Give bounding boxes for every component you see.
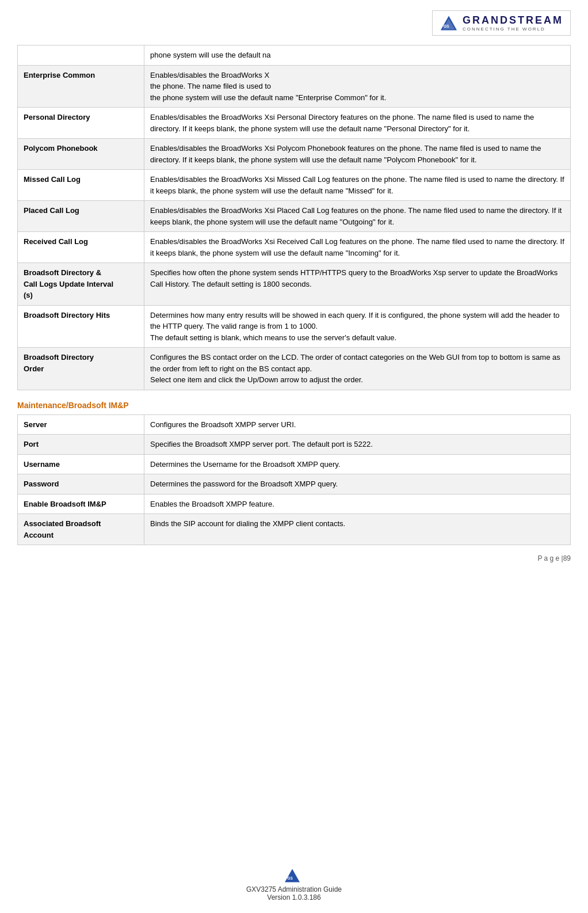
footer-line2: Version 1.0.3.186 — [0, 893, 588, 901]
table-row: Personal DirectoryEnables/disables the B… — [18, 108, 571, 139]
table-row: Missed Call LogEnables/disables the Broa… — [18, 170, 571, 201]
definition-cell: Configures the Broadsoft XMPP server URI… — [144, 414, 571, 435]
term-cell: Received Call Log — [18, 232, 144, 263]
table-row: ServerConfigures the Broadsoft XMPP serv… — [18, 414, 571, 435]
term-cell: Polycom Phonebook — [18, 139, 144, 170]
term-cell: Username — [18, 454, 144, 474]
section-heading-imp: Maintenance/Broadsoft IM&P — [17, 401, 571, 410]
table-row: Associated BroadsoftAccountBinds the SIP… — [18, 514, 571, 545]
definition-cell: Binds the SIP account for dialing the XM… — [144, 514, 571, 545]
svg-text:GS: GS — [287, 876, 293, 880]
table-row: Enable Broadsoft IM&PEnables the Broadso… — [18, 494, 571, 514]
table-row: UsernameDetermines the Username for the … — [18, 454, 571, 474]
term-cell: Missed Call Log — [18, 170, 144, 201]
svg-text:GS: GS — [444, 24, 449, 28]
table-row: Placed Call LogEnables/disables the Broa… — [18, 201, 571, 232]
definition-cell: Specifies how often the phone system sen… — [144, 263, 571, 306]
definition-cell: Enables/disables the BroadWorks Xsi Rece… — [144, 232, 571, 263]
definition-cell: Configures the BS contact order on the L… — [144, 348, 571, 390]
definition-cell: Enables/disables the BroadWorks Xthe pho… — [144, 65, 571, 108]
term-cell: Enterprise Common — [18, 65, 144, 108]
logo-box: GS GRANDSTREAM CONNECTING THE WORLD — [432, 10, 571, 36]
table-row: Received Call LogEnables/disables the Br… — [18, 232, 571, 263]
table-row: PortSpecifies the Broadsoft XMPP server … — [18, 435, 571, 455]
broadsoft-directory-table: phone system will use the default naEnte… — [17, 45, 571, 390]
definition-cell: Specifies the Broadsoft XMPP server port… — [144, 435, 571, 455]
definition-cell: Determines the Username for the Broadsof… — [144, 454, 571, 474]
table-row: Broadsoft Directory &Call Logs Update In… — [18, 263, 571, 306]
definition-cell: Enables/disables the BroadWorks Xsi Pers… — [144, 108, 571, 139]
footer: GS GXV3275 Administration Guide Version … — [0, 868, 588, 901]
logo-tagline: CONNECTING THE WORLD — [463, 26, 563, 32]
definition-cell: Determines the password for the Broadsof… — [144, 474, 571, 494]
term-cell: Broadsoft DirectoryOrder — [18, 348, 144, 390]
footer-logo: GS — [284, 868, 304, 883]
definition-cell: Enables/disables the BroadWorks Xsi Plac… — [144, 201, 571, 232]
table-row: Enterprise CommonEnables/disables the Br… — [18, 65, 571, 108]
table-row: phone system will use the default na — [18, 45, 571, 66]
definition-cell: Enables/disables the BroadWorks Xsi Poly… — [144, 139, 571, 170]
term-cell: Server — [18, 414, 144, 435]
definition-cell: phone system will use the default na — [144, 45, 571, 66]
term-cell: Enable Broadsoft IM&P — [18, 494, 144, 514]
definition-cell: Enables/disables the BroadWorks Xsi Miss… — [144, 170, 571, 201]
definition-cell: Enables the Broadsoft XMPP feature. — [144, 494, 571, 514]
footer-logo-icon: GS — [284, 868, 301, 883]
footer-line1: GXV3275 Administration Guide — [0, 885, 588, 893]
definition-cell: Determines how many entry results will b… — [144, 305, 571, 348]
term-cell: Placed Call Log — [18, 201, 144, 232]
table-row: PasswordDetermines the password for the … — [18, 474, 571, 494]
term-cell — [18, 45, 144, 66]
grandstream-logo-icon: GS — [440, 15, 458, 31]
header: GS GRANDSTREAM CONNECTING THE WORLD — [17, 6, 571, 43]
term-cell: Broadsoft Directory Hits — [18, 305, 144, 348]
table-row: Broadsoft Directory HitsDetermines how m… — [18, 305, 571, 348]
term-cell: Associated BroadsoftAccount — [18, 514, 144, 545]
table-row: Broadsoft DirectoryOrderConfigures the B… — [18, 348, 571, 390]
page-number: P a g e |89 — [17, 554, 571, 562]
table-row: Polycom PhonebookEnables/disables the Br… — [18, 139, 571, 170]
term-cell: Port — [18, 435, 144, 455]
term-cell: Password — [18, 474, 144, 494]
term-cell: Personal Directory — [18, 108, 144, 139]
logo-brand: GRANDSTREAM — [463, 14, 563, 26]
broadsoft-imp-table: ServerConfigures the Broadsoft XMPP serv… — [17, 414, 571, 546]
term-cell: Broadsoft Directory &Call Logs Update In… — [18, 263, 144, 306]
